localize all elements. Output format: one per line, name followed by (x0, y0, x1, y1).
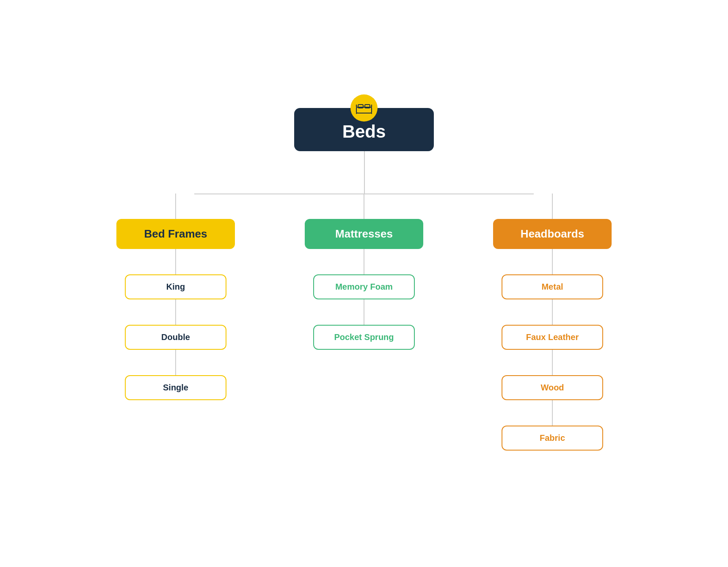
child-metal: Metal (502, 274, 603, 299)
category-headboards: Headboards (493, 219, 612, 249)
root-v-connector (110, 151, 618, 194)
category-bed-frames: Bed Frames (116, 219, 235, 249)
mind-map-diagram: Beds Bed Frames King Double (110, 91, 618, 476)
child-wood: Wood (502, 375, 603, 400)
child-fabric: Fabric (502, 426, 603, 451)
child-king: King (125, 274, 226, 299)
children-bed-frames: King Double Single (110, 249, 241, 400)
child-single: Single (125, 375, 226, 400)
category-mattresses: Mattresses (305, 219, 423, 249)
branch-connector-bed-frames (175, 194, 176, 219)
child-double: Double (125, 325, 226, 350)
root-wrapper: Beds (110, 108, 618, 151)
child-memory-foam: Memory Foam (313, 274, 415, 299)
branch-headboards: Headboards Metal Faux Leather Wood Fabri… (487, 194, 618, 451)
child-pocket-sprung: Pocket Sprung (313, 325, 415, 350)
children-mattresses: Memory Foam Pocket Sprung (298, 249, 430, 350)
root-node: Beds (294, 108, 434, 151)
root-title: Beds (320, 122, 408, 142)
branch-connector-mattresses (364, 194, 364, 219)
branch-connector-headboards (552, 194, 553, 219)
branch-mattresses: Mattresses Memory Foam Pocket Sprung (298, 194, 430, 350)
branch-bed-frames: Bed Frames King Double Single (110, 194, 241, 400)
children-headboards: Metal Faux Leather Wood Fabric (487, 249, 618, 451)
branches-row: Bed Frames King Double Single (110, 194, 618, 451)
bed-icon (350, 94, 378, 122)
child-faux-leather: Faux Leather (502, 325, 603, 350)
